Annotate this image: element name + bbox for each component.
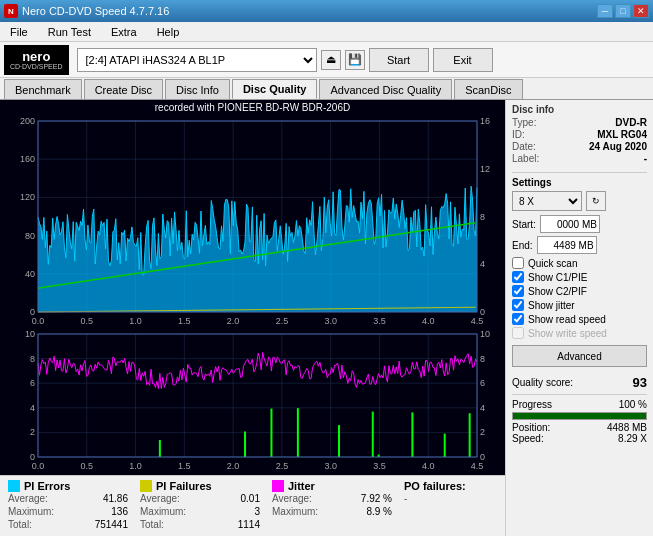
show-c1pie-label: Show C1/PIE (528, 272, 587, 283)
eject-icon[interactable]: ⏏ (321, 50, 341, 70)
progress-bar-outer (512, 412, 647, 420)
progress-bar-inner (513, 413, 646, 419)
end-input[interactable] (537, 236, 597, 254)
title-bar: N Nero CD-DVD Speed 4.7.7.16 ─ □ ✕ (0, 0, 653, 22)
tab-benchmark[interactable]: Benchmark (4, 79, 82, 99)
date-val: 24 Aug 2020 (589, 141, 647, 152)
pi-errors-label: PI Errors (24, 480, 70, 492)
minimize-button[interactable]: ─ (597, 4, 613, 18)
menu-file[interactable]: File (4, 25, 34, 39)
pi-errors-max: 136 (111, 506, 128, 517)
settings-section: Settings 8 X ↻ Start: End: Quick scan (512, 177, 647, 367)
show-read-label: Show read speed (528, 314, 606, 325)
nero-sub: CD·DVD/SPEED (10, 63, 63, 70)
lower-chart (0, 330, 505, 475)
show-jitter-checkbox[interactable] (512, 299, 524, 311)
speed-select[interactable]: 8 X (512, 191, 582, 211)
pi-failures-avg: 0.01 (241, 493, 260, 504)
nero-brand: nero (22, 50, 50, 63)
show-read-checkbox[interactable] (512, 313, 524, 325)
type-key: Type: (512, 117, 536, 128)
toolbar: nero CD·DVD/SPEED [2:4] ATAPI iHAS324 A … (0, 42, 653, 78)
show-c2pif-label: Show C2/PIF (528, 286, 587, 297)
maximize-button[interactable]: □ (615, 4, 631, 18)
disc-info-label: Disc info (512, 104, 647, 115)
chart-title: recorded with PIONEER BD-RW BDR-206D (0, 100, 505, 115)
progress-section: Progress 100 % Position: 4488 MB Speed: … (512, 399, 647, 444)
start-input[interactable] (540, 215, 600, 233)
show-c1pie-checkbox[interactable] (512, 271, 524, 283)
progress-val: 100 % (619, 399, 647, 410)
tabs-bar: Benchmark Create Disc Disc Info Disc Qua… (0, 78, 653, 100)
quick-scan-label: Quick scan (528, 258, 577, 269)
menu-run-test[interactable]: Run Test (42, 25, 97, 39)
label-key: Label: (512, 153, 539, 164)
nero-logo: nero CD·DVD/SPEED (4, 45, 69, 75)
start-label: Start: (512, 219, 536, 230)
save-icon[interactable]: 💾 (345, 50, 365, 70)
menu-extra[interactable]: Extra (105, 25, 143, 39)
tab-scandisc[interactable]: ScanDisc (454, 79, 522, 99)
jitter-max: 8.9 % (366, 506, 392, 517)
type-val: DVD-R (615, 117, 647, 128)
pi-errors-total: 751441 (95, 519, 128, 530)
show-write-label: Show write speed (528, 328, 607, 339)
legend-jitter: Jitter Average: 7.92 % Maximum: 8.9 % (272, 480, 392, 532)
show-c2pif-checkbox[interactable] (512, 285, 524, 297)
pi-failures-max: 3 (254, 506, 260, 517)
position-val: 4488 MB (607, 422, 647, 433)
app-icon: N (4, 4, 18, 18)
quick-scan-checkbox[interactable] (512, 257, 524, 269)
jitter-label: Jitter (288, 480, 315, 492)
tab-advanced-disc-quality[interactable]: Advanced Disc Quality (319, 79, 452, 99)
exit-button[interactable]: Exit (433, 48, 493, 72)
right-panel: Disc info Type: DVD-R ID: MXL RG04 Date:… (505, 100, 653, 536)
disc-info-section: Disc info Type: DVD-R ID: MXL RG04 Date:… (512, 104, 647, 164)
refresh-icon[interactable]: ↻ (586, 191, 606, 211)
legend-pi-failures: PI Failures Average: 0.01 Maximum: 3 Tot… (140, 480, 260, 532)
drive-select[interactable]: [2:4] ATAPI iHAS324 A BL1P (77, 48, 317, 72)
quality-score-val: 93 (633, 375, 647, 390)
tab-disc-quality[interactable]: Disc Quality (232, 79, 318, 99)
divider-1 (512, 172, 647, 173)
quality-score-label: Quality score: (512, 377, 573, 388)
po-failures-val: - (404, 493, 407, 504)
pi-failures-total: 1114 (238, 519, 260, 530)
main-content: recorded with PIONEER BD-RW BDR-206D PI … (0, 100, 653, 536)
progress-label: Progress (512, 399, 552, 410)
tab-create-disc[interactable]: Create Disc (84, 79, 163, 99)
pi-errors-color (8, 480, 20, 492)
quality-score-row: Quality score: 93 (512, 375, 647, 390)
advanced-button[interactable]: Advanced (512, 345, 647, 367)
legend-pi-errors: PI Errors Average: 41.86 Maximum: 136 To… (8, 480, 128, 532)
upper-chart (0, 115, 505, 330)
label-val: - (644, 153, 647, 164)
start-button[interactable]: Start (369, 48, 429, 72)
id-key: ID: (512, 129, 525, 140)
title-bar-left: N Nero CD-DVD Speed 4.7.7.16 (4, 4, 169, 18)
title-bar-controls: ─ □ ✕ (597, 4, 649, 18)
pi-failures-color (140, 480, 152, 492)
po-failures-label: PO failures: (404, 480, 466, 492)
show-jitter-label: Show jitter (528, 300, 575, 311)
close-button[interactable]: ✕ (633, 4, 649, 18)
menu-help[interactable]: Help (151, 25, 186, 39)
end-label: End: (512, 240, 533, 251)
pi-failures-label: PI Failures (156, 480, 212, 492)
id-val: MXL RG04 (597, 129, 647, 140)
pi-errors-avg: 41.86 (103, 493, 128, 504)
settings-label: Settings (512, 177, 647, 188)
jitter-color (272, 480, 284, 492)
title-bar-text: Nero CD-DVD Speed 4.7.7.16 (22, 5, 169, 17)
divider-2 (512, 394, 647, 395)
position-label: Position: (512, 422, 550, 433)
show-write-checkbox[interactable] (512, 327, 524, 339)
legend-area: PI Errors Average: 41.86 Maximum: 136 To… (0, 475, 505, 536)
speed-val: 8.29 X (618, 433, 647, 444)
tab-disc-info[interactable]: Disc Info (165, 79, 230, 99)
speed-label: Speed: (512, 433, 544, 444)
date-key: Date: (512, 141, 536, 152)
menu-bar: File Run Test Extra Help (0, 22, 653, 42)
jitter-avg: 7.92 % (361, 493, 392, 504)
